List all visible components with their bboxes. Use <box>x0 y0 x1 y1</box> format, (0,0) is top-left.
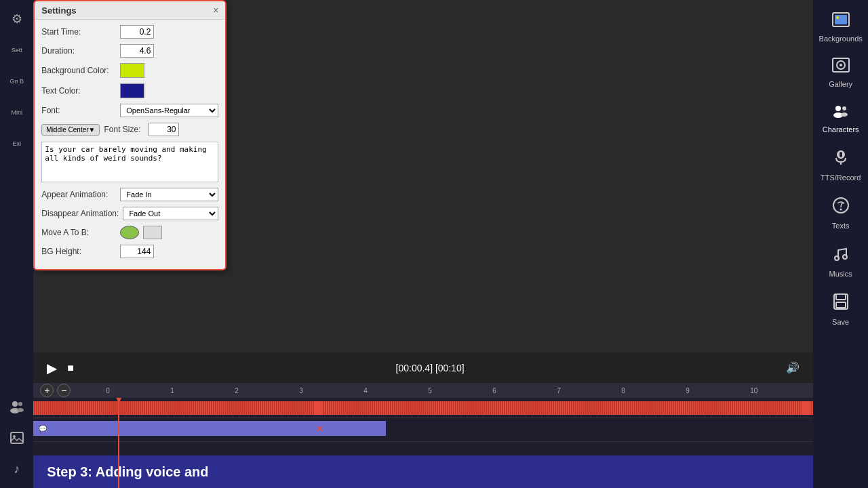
step-banner: Step 3: Adding voice and <box>33 455 813 488</box>
save-item[interactable]: Save <box>814 286 868 333</box>
text-marker-x: ✕ <box>315 422 324 436</box>
mark-6: 6 <box>491 387 555 394</box>
font-select[interactable]: OpenSans-Regular <box>120 104 218 117</box>
svg-rect-74 <box>839 151 843 158</box>
mark-0: 0 <box>104 387 169 394</box>
move-a-color[interactable] <box>120 226 139 239</box>
duration-label: Duration: <box>41 46 116 56</box>
settings-title: Settings <box>41 5 76 16</box>
font-size-input[interactable] <box>149 123 179 136</box>
start-time-row: Start Time: <box>41 25 218 39</box>
text-color-label: Text Color: <box>41 86 116 96</box>
mark-7: 7 <box>555 387 620 394</box>
align-button[interactable]: Middle Center▼ <box>41 124 100 136</box>
tts-item[interactable]: TTS/Record <box>814 142 868 188</box>
start-time-input[interactable] <box>120 25 154 39</box>
move-label: Move A To B: <box>41 228 116 237</box>
align-font-row: Middle Center▼ Font Size: <box>41 123 218 136</box>
mark-9: 9 <box>684 387 749 394</box>
bg-color-label: Background Color: <box>41 66 116 75</box>
backgrounds-label: Backgrounds <box>819 35 863 43</box>
svg-point-3 <box>17 408 24 412</box>
save-label: Save <box>832 318 849 326</box>
mark-5: 5 <box>427 387 491 394</box>
mark-1: 1 <box>169 387 233 394</box>
bg-height-input[interactable] <box>120 245 154 258</box>
characters-icon <box>832 103 850 122</box>
backgrounds-icon <box>832 12 850 31</box>
appear-select[interactable]: Fade In <box>120 188 218 201</box>
svg-point-2 <box>18 402 22 406</box>
left-sidebar: ⚙ Sett Go B Mini Exi ♪ <box>0 0 33 488</box>
tts-label: TTS/Record <box>821 174 861 182</box>
text-content-input[interactable]: Is your car barely moving and making all… <box>41 142 218 182</box>
stop-button[interactable]: ■ <box>67 362 74 374</box>
text-track-icon: 💬 <box>39 425 47 432</box>
close-button[interactable]: × <box>213 5 218 16</box>
tts-icon <box>833 148 848 170</box>
svg-rect-4 <box>11 432 23 443</box>
volume-icon[interactable]: 🔊 <box>786 361 800 374</box>
audio-marker-2 <box>802 401 810 415</box>
disappear-label: Disappear Animation: <box>41 209 119 218</box>
audio-track-row <box>33 398 813 418</box>
save-icon <box>833 293 849 314</box>
text-track-content: 💬 ✕ <box>33 418 813 441</box>
text-track-block[interactable]: 💬 <box>33 421 386 436</box>
appear-anim-row: Appear Animation: Fade In <box>41 188 218 201</box>
move-row: Move A To B: <box>41 226 218 239</box>
wave-pattern <box>33 401 813 415</box>
go-back-icon[interactable]: Go B <box>3 68 31 95</box>
users-icon[interactable] <box>3 393 31 420</box>
svg-point-65 <box>836 16 839 19</box>
settings-gear-icon[interactable]: ⚙ <box>3 5 31 33</box>
gallery-item[interactable]: Gallery <box>814 51 868 95</box>
characters-item[interactable]: Characters <box>814 96 868 140</box>
disappear-anim-row: Disappear Animation: Fade Out <box>41 207 218 220</box>
musics-icon <box>833 245 849 266</box>
current-time: [00:00.4] <box>396 363 433 373</box>
move-b-color[interactable] <box>143 226 162 239</box>
svg-point-78 <box>835 256 839 260</box>
svg-point-77 <box>840 209 842 211</box>
mark-2: 2 <box>233 387 298 394</box>
font-row: Font: OpenSans-Regular <box>41 104 218 117</box>
minimize-icon[interactable]: Mini <box>3 99 31 126</box>
font-size-label: Font Size: <box>104 125 144 134</box>
remove-track-button[interactable]: − <box>57 384 71 397</box>
duration-input[interactable] <box>120 44 154 58</box>
exit-icon[interactable]: Exi <box>3 130 31 157</box>
image-icon[interactable] <box>3 424 31 451</box>
svg-point-0 <box>12 401 18 407</box>
font-label: Font: <box>41 106 116 115</box>
backgrounds-item[interactable]: Backgrounds <box>814 5 868 49</box>
right-sidebar: Backgrounds Gallery Characters TTS/Recor… <box>813 0 868 488</box>
play-button[interactable]: ▶ <box>47 360 57 376</box>
musics-item[interactable]: Musics <box>814 238 868 285</box>
gallery-icon <box>832 58 850 77</box>
texts-item[interactable]: Texts <box>814 190 868 237</box>
music-note-icon[interactable]: ♪ <box>3 455 31 483</box>
gallery-label: Gallery <box>829 80 852 88</box>
bg-color-swatch[interactable] <box>120 63 144 78</box>
duration-row: Duration: <box>41 44 218 58</box>
text-track-row: 💬 ✕ <box>33 418 813 442</box>
svg-rect-82 <box>836 302 846 308</box>
disappear-select[interactable]: Fade Out <box>123 207 218 220</box>
start-time-label: Start Time: <box>41 27 116 37</box>
add-remove-buttons: + − <box>40 384 71 397</box>
appear-label: Appear Animation: <box>41 190 116 199</box>
svg-point-72 <box>841 113 848 117</box>
texts-icon <box>832 197 850 218</box>
text-color-swatch[interactable] <box>120 83 144 98</box>
main-content: Settings × Start Time: Duration: Backgro… <box>33 0 813 488</box>
time-display: [00:00.4] [00:10] <box>396 363 465 373</box>
timeline-tracks: 💬 ✕ Step 3: Adding voice and <box>33 398 813 488</box>
text-content-row: Is your car barely moving and making all… <box>41 142 218 182</box>
mark-8: 8 <box>620 387 684 394</box>
bg-color-row: Background Color: <box>41 63 218 78</box>
add-track-button[interactable]: + <box>40 384 54 397</box>
mark-3: 3 <box>298 387 362 394</box>
audio-marker-1 <box>315 401 323 415</box>
settings-text-icon[interactable]: Sett <box>3 37 31 64</box>
